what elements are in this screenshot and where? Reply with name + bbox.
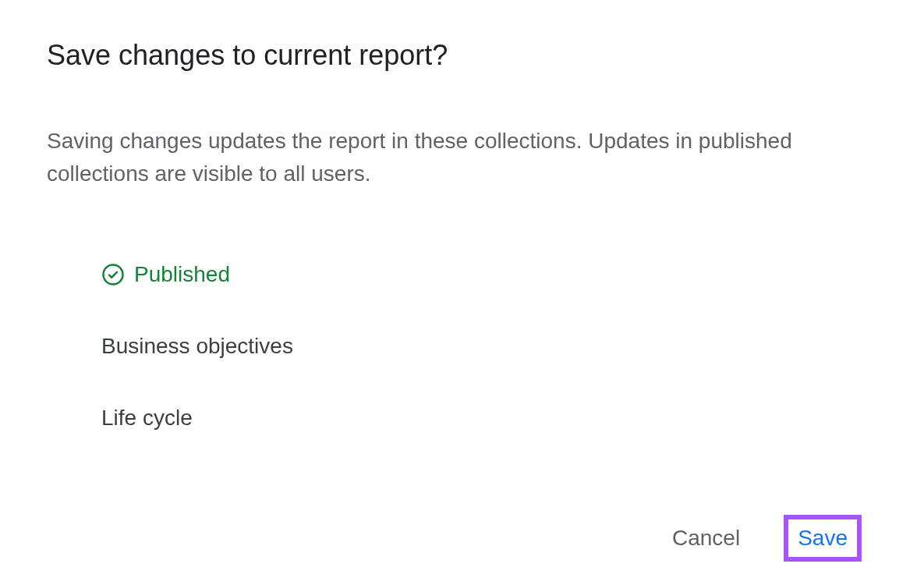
dialog-description: Saving changes updates the report in the… [47,125,877,190]
cancel-button[interactable]: Cancel [660,519,752,557]
collection-item: Life cycle [101,406,877,431]
dialog-actions: Cancel Save [47,515,877,562]
status-label: Published [134,262,230,287]
save-button-highlight: Save [784,515,862,562]
check-circle-icon [101,263,125,286]
save-button[interactable]: Save [798,526,848,551]
dialog-title: Save changes to current report? [47,39,877,72]
published-status: Published [101,262,877,287]
save-changes-dialog: Save changes to current report? Saving c… [0,0,924,585]
collection-item: Business objectives [101,334,877,359]
svg-point-0 [104,265,123,285]
collections-list: Published Business objectives Life cycle [47,262,877,477]
